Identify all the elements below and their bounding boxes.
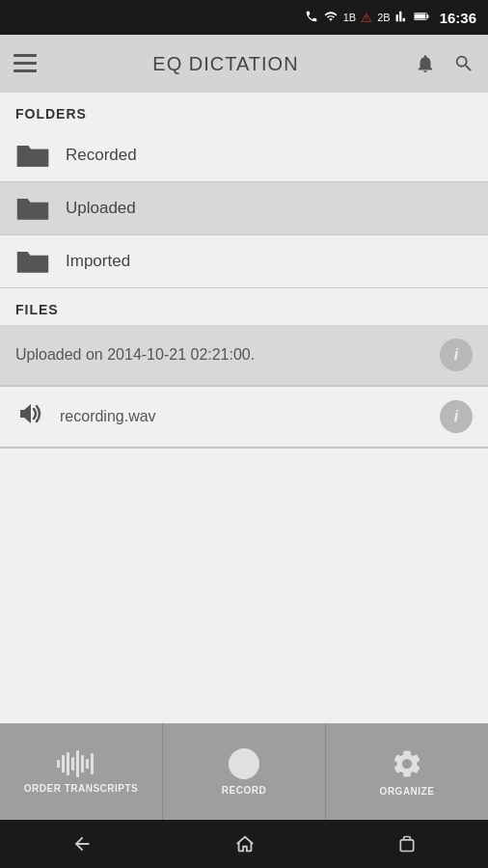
home-button[interactable]: [234, 833, 256, 854]
svg-rect-1: [426, 14, 428, 17]
folder-label-imported: Imported: [66, 252, 130, 271]
system-nav: [0, 820, 488, 868]
folder-label-uploaded: Uploaded: [66, 199, 136, 218]
folders-section-header: FOLDERS: [0, 93, 488, 129]
folder-label-recorded: Recorded: [66, 146, 137, 165]
bell-button[interactable]: [415, 53, 436, 74]
app-bar: EQ DICTATION: [0, 35, 488, 93]
record-icon: [229, 748, 259, 779]
nav-label-record: RECORD: [222, 785, 266, 796]
folder-item-imported[interactable]: Imported: [0, 235, 488, 288]
status-bar: 1B ⚠ 2B 16:36: [0, 0, 488, 35]
nav-label-organize: ORGANIZE: [380, 786, 435, 797]
folder-icon-uploaded: [15, 194, 50, 223]
folder-icon-recorded: [15, 141, 50, 170]
waveform-icon: [57, 750, 94, 777]
recent-apps-button[interactable]: [397, 834, 417, 854]
nav-record[interactable]: RECORD: [163, 723, 326, 820]
battery-icon: [414, 11, 429, 25]
file-info-button-uploaded[interactable]: i: [440, 339, 473, 371]
file-info-button-recording[interactable]: i: [440, 400, 473, 433]
alert-icon: ⚠: [361, 11, 372, 25]
nav-organize[interactable]: ORGANIZE: [326, 723, 488, 820]
app-title: EQ DICTATION: [152, 53, 298, 75]
svg-rect-6: [401, 840, 414, 852]
signal-icon: [395, 10, 409, 26]
file-item-uploaded-text: Uploaded on 2014-10-21 02:21:00.: [15, 346, 428, 364]
wifi-icon: [323, 10, 339, 26]
sim2-icon: 2B: [377, 12, 390, 23]
files-section-header: FILES: [0, 288, 488, 325]
bottom-nav: ORDER TRANSCRIPTS RECORD ORGANIZE: [0, 723, 488, 820]
svg-rect-5: [14, 69, 37, 72]
phone-icon: [305, 10, 318, 26]
status-time: 16:36: [440, 10, 476, 26]
organize-icon: [391, 747, 423, 780]
app-bar-right: [415, 53, 474, 74]
svg-rect-4: [14, 62, 37, 65]
folder-icon-imported: [15, 247, 50, 276]
folder-item-recorded[interactable]: Recorded: [0, 129, 488, 182]
file-item-recording-text: recording.wav: [60, 408, 440, 425]
menu-button[interactable]: [14, 54, 37, 73]
info-icon-uploaded: i: [454, 346, 458, 364]
files-divider-2: [0, 448, 488, 448]
info-icon-recording: i: [454, 408, 458, 425]
search-button[interactable]: [453, 53, 474, 74]
sim-icon: 1B: [343, 12, 356, 23]
recent-icon: [397, 834, 417, 854]
file-item-uploaded[interactable]: Uploaded on 2014-10-21 02:21:00. i: [0, 325, 488, 386]
nav-label-order-transcripts: ORDER TRANSCRIPTS: [24, 783, 139, 794]
app-bar-left: [14, 54, 37, 73]
file-item-recording[interactable]: recording.wav i: [0, 387, 488, 448]
svg-rect-2: [414, 14, 424, 18]
folder-item-uploaded[interactable]: Uploaded: [0, 182, 488, 235]
audio-icon: [15, 400, 46, 433]
nav-order-transcripts[interactable]: ORDER TRANSCRIPTS: [0, 723, 163, 820]
back-button[interactable]: [71, 833, 93, 854]
status-icons: 1B ⚠ 2B 16:36: [305, 10, 476, 26]
main-content: FOLDERS Recorded Uploaded Imported FILES…: [0, 93, 488, 723]
svg-rect-3: [14, 54, 37, 57]
